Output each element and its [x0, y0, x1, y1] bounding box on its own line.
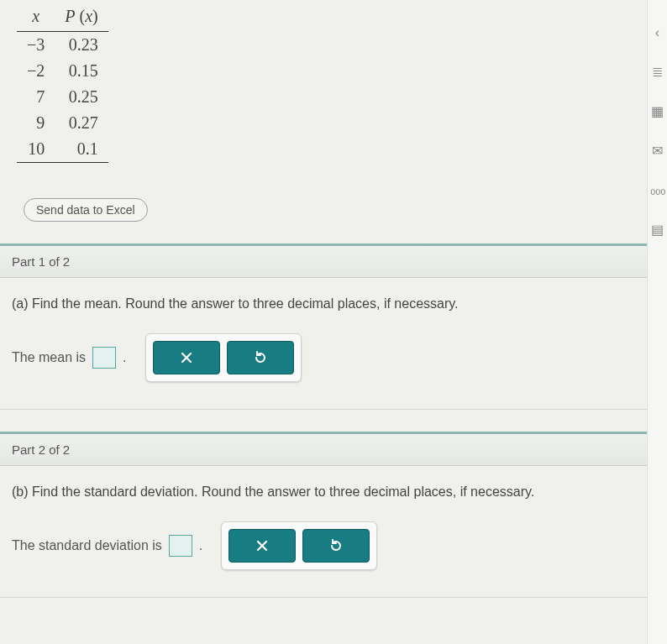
- table-row: −20.15: [17, 58, 108, 84]
- table-row: 70.25: [17, 84, 108, 110]
- stddev-label: The standard deviation is: [12, 538, 162, 553]
- notes-icon[interactable]: ▤: [651, 222, 664, 238]
- part-1-button-group: [145, 333, 302, 382]
- mean-label-after: .: [123, 350, 126, 365]
- table-row: −30.23: [17, 32, 108, 59]
- close-icon: [255, 539, 269, 552]
- send-to-excel-button[interactable]: Send data to Excel: [24, 198, 148, 222]
- reset-icon: [253, 350, 268, 365]
- stddev-input[interactable]: [169, 535, 192, 557]
- back-icon[interactable]: ‹: [655, 25, 659, 40]
- part-1-header: Part 1 of 2: [0, 243, 667, 278]
- probability-table: x P (x) −30.23 −20.15 70.25 90.27 100.1: [17, 5, 108, 163]
- part-1-body: (a) Find the mean. Round the answer to t…: [0, 278, 667, 410]
- table-row: 100.1: [17, 136, 108, 163]
- part-2-question: (b) Find the standard deviation. Round t…: [12, 484, 655, 500]
- chart-icon[interactable]: ₀₀₀: [650, 182, 665, 198]
- part-2-header: Part 2 of 2: [0, 432, 667, 466]
- close-icon: [180, 351, 193, 364]
- reset-button[interactable]: [227, 341, 294, 374]
- reset-icon: [328, 538, 344, 553]
- list-icon[interactable]: ≣: [652, 64, 663, 80]
- side-rail: ‹ ≣ ▦ ✉ ₀₀₀ ▤: [647, 0, 667, 644]
- stddev-label-after: .: [199, 538, 202, 553]
- table-row: 90.27: [17, 110, 108, 136]
- clear-button[interactable]: [228, 529, 296, 563]
- col-header-px: P (x): [55, 5, 108, 32]
- mail-icon[interactable]: ✉: [652, 143, 663, 159]
- calculator-icon[interactable]: ▦: [651, 103, 664, 119]
- mean-label: The mean is: [12, 350, 86, 365]
- mean-input[interactable]: [92, 347, 116, 369]
- reset-button[interactable]: [302, 529, 370, 563]
- part-2-button-group: [221, 521, 377, 570]
- part-1-question: (a) Find the mean. Round the answer to t…: [12, 296, 655, 312]
- clear-button[interactable]: [153, 341, 220, 374]
- col-header-x: x: [17, 5, 55, 32]
- part-2-body: (b) Find the standard deviation. Round t…: [0, 466, 667, 598]
